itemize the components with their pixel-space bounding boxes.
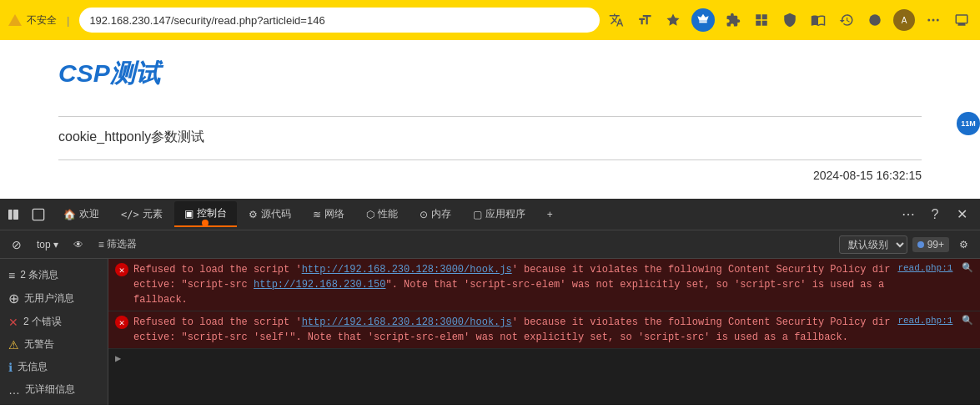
error-link-2a[interactable]: http://192.168.230.128:3000/hook.js [302,316,512,328]
badge-count: 99+ [927,239,944,250]
tab-elements[interactable]: </> 元素 [111,202,173,226]
warning-text: 不安全 [27,13,57,28]
star-icon[interactable] [663,10,683,30]
filter-top-button[interactable]: top ▾ [32,236,63,253]
all-messages-icon: ≡ [8,269,15,282]
help-icon[interactable]: ? [925,205,945,225]
tab-welcome[interactable]: 🏠 欢迎 [53,202,109,226]
address-bar[interactable]: 192.168.230.147/security/read.php?articl… [79,8,600,33]
tab-performance-label: 性能 [378,207,398,221]
console-prompt[interactable]: ▶ [108,349,980,368]
funnel-icon: ≡ [98,239,104,250]
info-icon: ℹ [8,361,13,374]
sidebar-item-verbose[interactable]: … 无详细信息 [0,378,108,401]
error-file-link-2[interactable]: read.php:1 [897,316,952,326]
error-file-link-1[interactable]: read.php:1 [897,263,952,273]
tab-console-label: 控制台 [197,206,227,220]
elements-icon: </> [121,209,139,220]
sidebar-item-errors[interactable]: ✕ 2 个错误 [0,311,108,333]
address-text: 192.168.230.147/security/read.php?articl… [89,14,324,27]
user-messages-label: 无用户消息 [24,291,74,306]
svg-point-4 [937,19,939,22]
error-link-1a[interactable]: http://192.168.230.128:3000/hook.js [302,264,512,276]
tab-application-label: 应用程序 [485,207,525,221]
add-tab-icon: + [547,209,553,220]
more-icon[interactable]: ⋯ [898,205,918,225]
info-label: 无信息 [18,360,48,374]
settings-button[interactable]: ⚙ [954,236,973,253]
verbose-label: 无详细信息 [25,382,75,397]
error-message-1: ✕ Refused to load the script 'http://192… [108,259,980,311]
grid-icon[interactable] [751,10,771,30]
crown-icon[interactable] [691,8,715,32]
application-icon: ▢ [473,209,482,220]
separator: | [67,14,69,27]
filter-label: 筛选器 [107,237,137,251]
error-link-1b[interactable]: http://192.168.230.150 [254,279,385,291]
error-icon-2: ✕ [115,316,128,329]
page-wrapper: CSP测试 cookie_httponly参数测试 2024-08-15 16:… [0,40,980,199]
tab-memory-label: 内存 [431,207,451,221]
home-icon: 🏠 [63,209,76,220]
filter-button[interactable]: ≡ 筛选器 [93,235,142,254]
sidebar-item-all-messages[interactable]: ≡ 2 条消息 [0,264,108,286]
filter-top-text: top [37,239,51,250]
eye-button[interactable]: 👁 [68,236,88,253]
tab-add[interactable]: + [537,204,563,225]
book-icon[interactable] [808,10,828,30]
translate-icon[interactable] [606,10,626,30]
tab-application[interactable]: ▢ 应用程序 [463,202,535,226]
tab-network[interactable]: ≋ 网络 [303,202,354,226]
extensions-icon[interactable] [865,10,885,30]
warnings-label: 无警告 [24,337,54,352]
level-select[interactable]: 默认级别 [839,235,907,254]
screen-icon[interactable] [952,10,972,30]
history-icon[interactable] [837,10,857,30]
tab-network-label: 网络 [324,207,344,221]
font-icon[interactable] [635,10,655,30]
error-message-2: ✕ Refused to load the script 'http://192… [108,311,980,349]
tab-sources[interactable]: ⚙ 源代码 [239,202,301,226]
message-count-badge: 99+ [912,237,949,252]
browser-topbar: 不安全 | 192.168.230.147/security/read.php?… [0,0,980,40]
console-body: ≡ 2 条消息 ⊕ 无用户消息 ✕ 2 个错误 ⚠ 无警告 ℹ 无信息 … 无详… [0,259,980,405]
more-options-icon[interactable] [923,10,943,30]
sidebar-item-info[interactable]: ℹ 无信息 [0,356,108,378]
tab-welcome-label: 欢迎 [79,207,99,221]
all-messages-label: 2 条消息 [20,268,58,282]
error-expand-icon-2[interactable]: 🔍 [962,316,973,326]
puzzle-icon[interactable] [723,10,743,30]
console-toggle-icon[interactable] [28,205,48,225]
tab-memory[interactable]: ⊙ 内存 [410,202,461,226]
clear-icon: ⊘ [12,238,22,251]
eye-icon: 👁 [73,239,83,250]
errors-icon: ✕ [8,316,18,329]
tab-performance[interactable]: ⬡ 性能 [356,202,408,226]
devtools-extra-icons: ⋯ ? ✕ [898,205,977,225]
console-toolbar: ⊘ top ▾ 👁 ≡ 筛选器 默认级别 99+ ⚙ [0,230,980,259]
tab-console[interactable]: ▣ 控制台 [174,201,237,227]
verbose-icon: … [8,383,20,397]
page-content: CSP测试 cookie_httponly参数测试 2024-08-15 16:… [0,40,980,199]
svg-point-1 [869,14,881,26]
close-devtools-icon[interactable]: ✕ [952,205,972,225]
shield-icon[interactable] [780,10,800,30]
error-file-1: read.php:1 🔍 [897,262,973,273]
badge-dot [917,241,924,248]
page-subtitle: cookie_httponly参数测试 [58,129,922,146]
avatar[interactable]: A [893,9,915,31]
devtools-panel: 🏠 欢迎 </> 元素 ▣ 控制台 ⚙ 源代码 ≋ 网络 ⬡ 性能 ⊙ 内存 [0,199,980,405]
warning-badge: 不安全 [8,13,57,28]
dropdown-arrow-icon: ▾ [53,239,58,250]
prompt-arrow: ▶ [115,352,121,365]
console-sidebar: ≡ 2 条消息 ⊕ 无用户消息 ✕ 2 个错误 ⚠ 无警告 ℹ 无信息 … 无详… [0,259,108,405]
sidebar-item-user-messages[interactable]: ⊕ 无用户消息 [0,286,108,311]
error-expand-icon-1[interactable]: 🔍 [962,263,973,273]
toggle-sidebar-icon[interactable] [3,205,23,225]
tab-elements-label: 元素 [143,207,163,221]
svg-rect-0 [699,21,706,23]
sidebar-item-warnings[interactable]: ⚠ 无警告 [0,333,108,356]
svg-point-3 [932,19,935,22]
clear-console-button[interactable]: ⊘ [7,235,27,254]
console-active-dot [202,220,209,226]
